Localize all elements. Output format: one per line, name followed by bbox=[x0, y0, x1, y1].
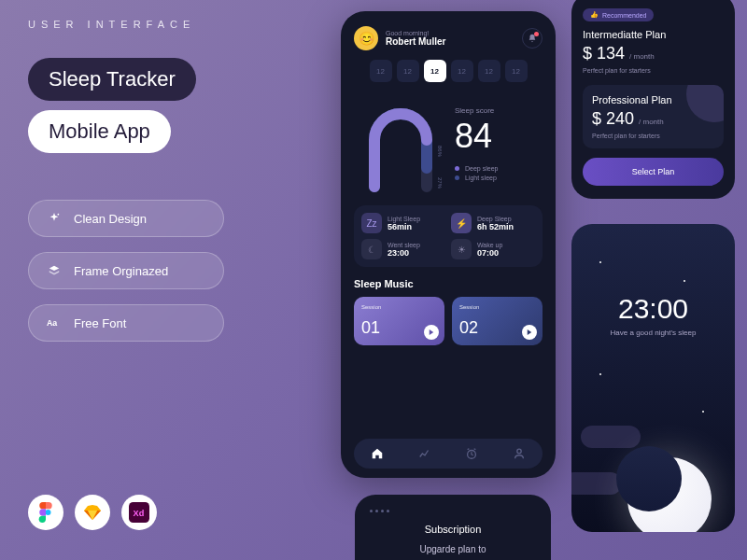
font-icon: Aa bbox=[46, 315, 63, 331]
bolt-icon: ⚡ bbox=[451, 213, 472, 233]
sleep-legend: Deep sleep Light sleep bbox=[455, 165, 543, 181]
plan-period: / month bbox=[639, 118, 664, 126]
chart-icon bbox=[418, 447, 431, 460]
nav-home[interactable] bbox=[371, 447, 384, 460]
phone-dashboard: 😊 Good morning! Robert Muller 12 12 12 1… bbox=[341, 11, 556, 478]
star-icon bbox=[684, 280, 685, 282]
star-icon bbox=[702, 411, 704, 413]
notification-dot-icon bbox=[534, 32, 539, 36]
legend-dot-icon bbox=[455, 175, 459, 180]
cloud-icon bbox=[581, 426, 641, 448]
sleep-music-header: Sleep Music bbox=[354, 278, 543, 289]
plan-price: $ 240 bbox=[592, 109, 634, 128]
layers-icon bbox=[46, 262, 63, 279]
notification-button[interactable] bbox=[522, 28, 543, 49]
xd-icon: Xd bbox=[121, 495, 157, 530]
subscription-header: Subscription bbox=[370, 524, 536, 535]
phone-pricing: 👍 Recommended Intermediatte Plan $ 134 /… bbox=[571, 0, 735, 199]
stat-light-sleep: Zz Light Sleep56min bbox=[361, 213, 445, 233]
kicker-text: USER INTERFACE bbox=[28, 19, 308, 30]
user-block[interactable]: 😊 Good morning! Robert Muller bbox=[354, 26, 445, 50]
stat-deep-sleep: ⚡ Deep Sleep6h 52min bbox=[451, 213, 535, 233]
phone-subscription: Subscription Upgarde plan to bbox=[355, 495, 551, 560]
light-pct-label: 27% bbox=[437, 177, 443, 189]
date-selector: 12 12 12 12 12 12 bbox=[354, 60, 543, 82]
play-icon bbox=[429, 329, 434, 335]
sparkle-icon bbox=[46, 210, 63, 227]
feature-clean-design: Clean Design bbox=[28, 200, 224, 237]
feature-label: Free Font bbox=[74, 316, 126, 330]
profile-icon bbox=[513, 447, 526, 460]
bottom-nav bbox=[354, 439, 543, 469]
plan-name: Intermediatte Plan bbox=[583, 29, 724, 40]
avatar: 😊 bbox=[354, 26, 378, 50]
star-icon bbox=[599, 373, 601, 375]
plan-desc: Perfect plan for starters bbox=[583, 67, 724, 74]
score-label: Sleep score bbox=[455, 106, 543, 115]
feature-free-font: Aa Free Font bbox=[28, 304, 224, 342]
select-plan-button[interactable]: Select Plan bbox=[583, 158, 724, 186]
svg-point-2 bbox=[45, 510, 50, 515]
nav-chart[interactable] bbox=[418, 447, 431, 460]
home-icon bbox=[371, 447, 384, 460]
nav-alarm[interactable] bbox=[465, 447, 478, 460]
cloud-icon bbox=[571, 472, 622, 495]
svg-point-0 bbox=[58, 214, 60, 216]
date-chip[interactable]: 12 bbox=[397, 60, 419, 82]
sun-icon: ☀ bbox=[451, 239, 472, 259]
date-chip-active[interactable]: 12 bbox=[424, 60, 446, 82]
score-value: 84 bbox=[455, 117, 543, 156]
play-icon bbox=[527, 329, 532, 335]
plan-price: $ 134 bbox=[583, 44, 625, 63]
alarm-icon bbox=[465, 447, 478, 460]
music-session-1[interactable]: Session 01 bbox=[354, 297, 444, 345]
zz-icon: Zz bbox=[361, 213, 382, 233]
moon-icon: ☾ bbox=[361, 239, 382, 259]
moon-icon bbox=[627, 457, 712, 532]
sleep-score-arch: 86% 27% bbox=[354, 93, 447, 196]
music-session-2[interactable]: Session 02 bbox=[452, 297, 543, 345]
play-button[interactable] bbox=[522, 325, 537, 340]
star-icon bbox=[599, 261, 601, 263]
svg-text:Xd: Xd bbox=[134, 509, 145, 518]
night-time: 23:00 bbox=[585, 293, 722, 325]
date-chip[interactable]: 12 bbox=[478, 60, 500, 82]
stat-went-sleep: ☾ Went sleep23:00 bbox=[361, 239, 445, 259]
feature-label: Clean Design bbox=[74, 212, 147, 226]
subscription-text: Upgarde plan to bbox=[370, 544, 536, 554]
figma-icon bbox=[28, 495, 63, 530]
night-subtitle: Have a good night's sleep bbox=[585, 329, 722, 337]
menu-dots-icon[interactable] bbox=[370, 510, 536, 512]
stat-wake-up: ☀ Wake up07:00 bbox=[451, 239, 535, 259]
sketch-icon bbox=[75, 495, 110, 530]
svg-point-6 bbox=[517, 449, 521, 453]
title-pill-1: Sleep Tracker bbox=[28, 58, 196, 101]
date-chip[interactable]: 12 bbox=[505, 60, 528, 82]
plan-card-professional[interactable]: Professional Plan $ 240 / month Perfect … bbox=[583, 85, 724, 148]
plan-desc: Perfect plan for starters bbox=[592, 133, 714, 139]
tool-icons-row: Xd bbox=[28, 495, 157, 530]
svg-text:Aa: Aa bbox=[47, 318, 57, 328]
play-button[interactable] bbox=[424, 325, 439, 340]
user-name: Robert Muller bbox=[386, 36, 445, 47]
plan-name: Professional Plan bbox=[592, 94, 714, 105]
feature-frame-organized: Frame Orginazed bbox=[28, 252, 224, 289]
greeting-text: Good morning! bbox=[386, 30, 445, 36]
promo-panel: USER INTERFACE Sleep Tracker Mobile App … bbox=[28, 19, 308, 357]
feature-label: Frame Orginazed bbox=[74, 264, 168, 278]
nav-profile[interactable] bbox=[513, 447, 526, 460]
date-chip[interactable]: 12 bbox=[451, 60, 473, 82]
recommended-badge: 👍 Recommended bbox=[583, 8, 654, 21]
deep-pct-label: 86% bbox=[437, 146, 443, 158]
legend-dot-icon bbox=[455, 166, 459, 171]
plan-period: / month bbox=[629, 52, 655, 61]
title-pill-2: Mobile App bbox=[28, 110, 171, 153]
sleep-stats-grid: Zz Light Sleep56min ⚡ Deep Sleep6h 52min… bbox=[354, 205, 543, 267]
date-chip[interactable]: 12 bbox=[370, 60, 392, 82]
phone-night: 23:00 Have a good night's sleep bbox=[571, 224, 735, 532]
